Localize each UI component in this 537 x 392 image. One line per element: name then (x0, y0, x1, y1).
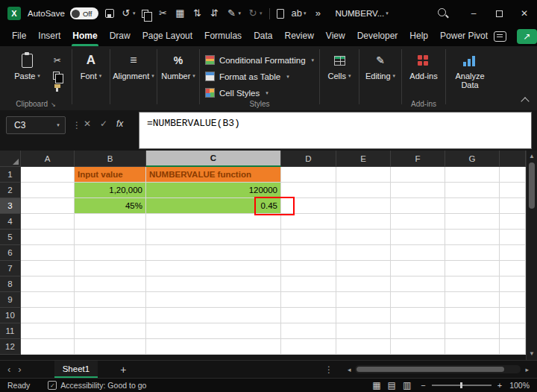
workbook-title-dropdown[interactable]: NUMBERV... ▾ (335, 9, 388, 18)
alignment-button[interactable]: ≡ Alignment▾ (107, 51, 159, 80)
cell-d9[interactable] (281, 292, 336, 308)
cell-e6[interactable] (336, 245, 391, 261)
cell-partial-11[interactable] (500, 323, 526, 339)
cell-b3[interactable]: 45% (75, 198, 146, 214)
number-button[interactable]: % Number▾ (156, 51, 201, 80)
cell-g2[interactable] (445, 183, 500, 198)
sheet-tab-sheet1[interactable]: Sheet1 (54, 361, 98, 378)
zoom-level[interactable]: 100% (509, 381, 530, 390)
tab-draw[interactable]: Draw (104, 27, 136, 46)
more-sheets-icon[interactable]: ⋮ (324, 364, 333, 375)
cell-d2[interactable] (281, 183, 336, 198)
normal-view-icon[interactable]: ▦ (372, 380, 380, 391)
cell-a12[interactable] (21, 339, 75, 355)
cell-b6[interactable] (75, 245, 146, 261)
cell-e11[interactable] (336, 323, 391, 339)
cell-a7[interactable] (21, 261, 75, 276)
accessibility-icon[interactable]: ✓ (48, 381, 57, 390)
copy-icon[interactable] (53, 72, 60, 80)
column-header-a[interactable]: A (21, 151, 75, 167)
cell-partial-12[interactable] (500, 339, 526, 355)
cell-e8[interactable] (336, 276, 391, 292)
redo-icon[interactable]: ↻▾ (248, 7, 263, 20)
share-button[interactable]: ↗ (517, 29, 537, 44)
tab-help[interactable]: Help (403, 27, 434, 46)
column-header-g[interactable]: G (445, 151, 500, 167)
vertical-scrollbar-thumb[interactable] (529, 162, 535, 209)
cell-f11[interactable] (391, 323, 445, 339)
cell-partial-8[interactable] (500, 276, 526, 292)
row-header-6[interactable]: 6 (0, 245, 21, 261)
format-painter-icon[interactable]: ✎▾ (226, 7, 241, 20)
row-header-5[interactable]: 5 (0, 230, 21, 245)
scroll-down-icon[interactable]: ▼ (527, 350, 537, 358)
cell-c8[interactable] (146, 276, 281, 292)
cell-partial-7[interactable] (500, 261, 526, 276)
cell-c9[interactable] (146, 292, 281, 308)
cell-f1[interactable] (391, 167, 445, 183)
comments-icon[interactable] (494, 31, 506, 42)
cell-c3[interactable]: 0.45 (146, 198, 281, 214)
addins-button[interactable]: Add-ins (404, 51, 442, 80)
cell-c4[interactable] (146, 214, 281, 230)
cell-g7[interactable] (445, 261, 500, 276)
cell-g4[interactable] (445, 214, 500, 230)
cell-e5[interactable] (336, 230, 391, 245)
dialog-launcher-icon[interactable]: ↘ (51, 101, 56, 108)
cell-partial-4[interactable] (500, 214, 526, 230)
cell-f12[interactable] (391, 339, 445, 355)
sort-descending-icon[interactable]: ⇵ (209, 7, 219, 20)
sheet-nav-right-icon[interactable]: › (18, 361, 21, 378)
select-all-corner[interactable] (0, 151, 21, 167)
zoom-in-icon[interactable]: + (497, 381, 502, 390)
row-header-9[interactable]: 9 (0, 292, 21, 308)
cell-f8[interactable] (391, 276, 445, 292)
cell-d8[interactable] (281, 276, 336, 292)
cell-b12[interactable] (75, 339, 146, 355)
cell-f6[interactable] (391, 245, 445, 261)
cell-e10[interactable] (336, 308, 391, 323)
tab-insert[interactable]: Insert (32, 27, 66, 46)
cell-e9[interactable] (336, 292, 391, 308)
cell-e1[interactable] (336, 167, 391, 183)
accessibility-status[interactable]: Accessibility: Good to go (60, 381, 146, 390)
paste-button[interactable]: Paste▾ (9, 51, 45, 88)
cell-partial-5[interactable] (500, 230, 526, 245)
hscroll-left-icon[interactable]: ◂ (345, 366, 354, 373)
cell-f7[interactable] (391, 261, 445, 276)
cell-f10[interactable] (391, 308, 445, 323)
copy-icon[interactable] (142, 10, 151, 18)
cell-d6[interactable] (281, 245, 336, 261)
row-header-8[interactable]: 8 (0, 276, 21, 292)
row-header-4[interactable]: 4 (0, 214, 21, 230)
tab-page-layout[interactable]: Page Layout (136, 27, 198, 46)
cell-b11[interactable] (75, 323, 146, 339)
cut-icon[interactable]: ✂ (52, 54, 63, 67)
editing-button[interactable]: ✎ Editing▾ (360, 51, 401, 80)
minimize-button[interactable]: – (461, 0, 486, 27)
tab-formulas[interactable]: Formulas (198, 27, 248, 46)
cell-g9[interactable] (445, 292, 500, 308)
column-header-partial[interactable] (500, 151, 526, 167)
row-header-11[interactable]: 11 (0, 323, 21, 339)
cell-b1[interactable]: Input value (75, 167, 146, 183)
cell-e2[interactable] (336, 183, 391, 198)
cell-f5[interactable] (391, 230, 445, 245)
cell-a3[interactable] (21, 198, 75, 214)
translate-icon[interactable]: ab▾ (291, 7, 306, 20)
cell-d11[interactable] (281, 323, 336, 339)
cell-g5[interactable] (445, 230, 500, 245)
cell-partial-2[interactable] (500, 183, 526, 198)
insert-function-icon[interactable]: fx (116, 118, 123, 129)
cell-b7[interactable] (75, 261, 146, 276)
collapse-ribbon-icon[interactable] (521, 97, 529, 105)
tab-power-pivot[interactable]: Power Pivot (434, 27, 494, 46)
cell-d4[interactable] (281, 214, 336, 230)
cell-c2[interactable]: 120000 (146, 183, 281, 198)
row-header-7[interactable]: 7 (0, 261, 21, 276)
cell-c1[interactable]: NUMBERVALUE function (146, 167, 281, 183)
column-header-c[interactable]: C (146, 151, 281, 167)
tab-home[interactable]: Home (66, 27, 103, 46)
save-icon[interactable] (105, 9, 114, 18)
cell-d5[interactable] (281, 230, 336, 245)
